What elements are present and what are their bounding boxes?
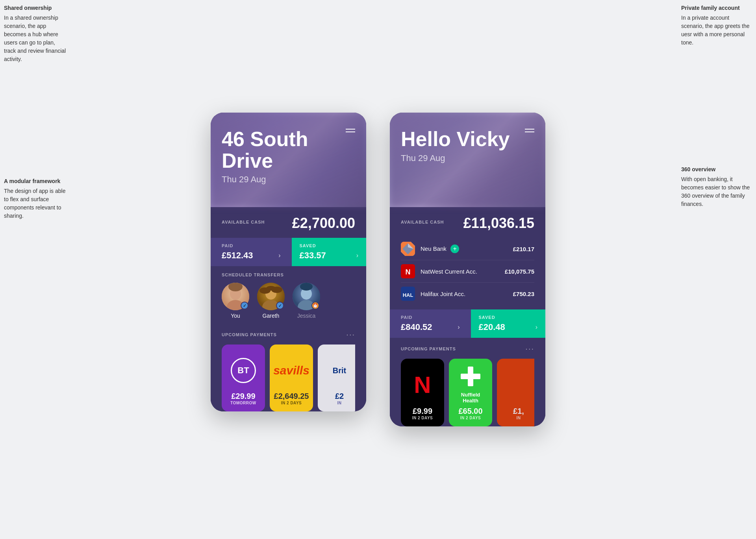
- bank-item-neu[interactable]: Neu Bank + £210.17: [401, 238, 534, 260]
- phone-right: Hello Vicky Thu 29 Aug AVAILABLE CASH £1…: [390, 113, 545, 426]
- paid-saved-row-left: PAID £512.43 › SAVED £33.57 ›: [211, 238, 366, 266]
- bank-item-halifax[interactable]: HAL Halifax Joint Acc. £750.23: [401, 283, 534, 305]
- paid-box-right[interactable]: PAID £840.52 ›: [390, 309, 471, 338]
- transfer-jessica-name: Jessica: [297, 313, 316, 319]
- nuffield-label: NuffieldHealth: [461, 392, 480, 404]
- paid-amount-right: £840.52: [401, 322, 432, 332]
- phone-left-title: 46 South Drive: [222, 128, 355, 171]
- annotation-360-body: With open banking, it becomes easier to …: [681, 176, 750, 207]
- annotation-private-family: Private family account In a private acco…: [681, 4, 752, 47]
- halifax-name: Halifax Joint Acc.: [421, 291, 513, 297]
- phone-left: 46 South Drive Thu 29 Aug AVAILABLE CASH…: [211, 113, 366, 411]
- savills-amount: £2,649.25: [274, 392, 309, 401]
- nuffield-when: IN 2 DAYS: [458, 416, 482, 420]
- brit-logo: Brit: [333, 366, 346, 375]
- phone-right-header-content: Hello Vicky Thu 29 Aug: [401, 128, 534, 163]
- phone-right-body: AVAILABLE CASH £11,036.15: [390, 207, 545, 426]
- netflix-logo: N: [414, 373, 431, 397]
- available-cash-label-right: AVAILABLE CASH: [401, 220, 444, 224]
- svg-text:HAL: HAL: [403, 292, 413, 298]
- brit-amount: £2: [335, 392, 344, 401]
- saved-box-right[interactable]: SAVED £20.48 ›: [471, 309, 546, 338]
- svg-text:N: N: [406, 268, 411, 276]
- neu-bank-amount: £210.17: [513, 246, 534, 252]
- available-cash-left: AVAILABLE CASH £2,700.00: [211, 207, 366, 238]
- netflix-when: IN 2 DAYS: [412, 416, 433, 420]
- transfer-gareth[interactable]: ✓ Gareth: [257, 283, 285, 319]
- netflix-amount: £9.99: [412, 407, 433, 416]
- bt-amount: £29.99: [230, 392, 256, 401]
- annotation-private-title: Private family account: [681, 4, 752, 12]
- phone-left-header-content: 46 South Drive Thu 29 Aug: [222, 128, 355, 185]
- halifax-icon: HAL: [401, 287, 415, 301]
- upcoming-payments-section-right: UPCOMING PAYMENTS ··· N £9.99 IN 2 DAYS: [390, 338, 545, 426]
- paid-saved-row-right: PAID £840.52 › SAVED £20.48 ›: [390, 309, 545, 338]
- saved-label-left: SAVED: [300, 243, 359, 248]
- phones-area: 46 South Drive Thu 29 Aug AVAILABLE CASH…: [211, 113, 545, 426]
- available-cash-amount-left: £2,700.00: [292, 215, 355, 232]
- available-cash-right: AVAILABLE CASH £11,036.15: [390, 207, 545, 238]
- upcoming-payments-title-right: UPCOMING PAYMENTS: [401, 346, 456, 351]
- page-wrapper: Shared onwership In a shared ownership s…: [0, 0, 756, 539]
- annotation-360-overview: 360 overview With open banking, it becom…: [681, 165, 752, 208]
- svg-point-9: [266, 286, 276, 291]
- annotation-modular-title: A modular framework: [4, 177, 67, 185]
- neu-bank-icon: [401, 242, 415, 256]
- bt-logo: BT: [231, 358, 256, 383]
- red-amount: £1,: [513, 407, 524, 416]
- saved-box-left[interactable]: SAVED £33.57 ›: [292, 238, 367, 266]
- saved-amount-right: £20.48: [479, 322, 505, 332]
- savills-logo: savills: [273, 364, 309, 377]
- bank-item-natwest[interactable]: N NatWest Current Acc. £10,075.75: [401, 260, 534, 283]
- annotation-private-body: In a private account scenario, the app g…: [681, 15, 750, 46]
- nuffield-cross-icon: [461, 367, 480, 386]
- upcoming-payments-more-right[interactable]: ···: [525, 344, 534, 353]
- upcoming-payments-more-left[interactable]: ···: [346, 330, 355, 339]
- available-cash-amount-right: £11,036.15: [463, 215, 534, 232]
- saved-chevron-right: ›: [536, 324, 537, 331]
- payment-card-nuffield[interactable]: NuffieldHealth £65.00 IN 2 DAYS: [449, 359, 492, 426]
- paid-box-left[interactable]: PAID £512.43 ›: [211, 238, 292, 266]
- hamburger-menu-left[interactable]: [346, 127, 355, 134]
- paid-chevron-right: ›: [458, 324, 460, 331]
- payment-card-brit[interactable]: Brit £2 IN: [318, 345, 355, 411]
- scheduled-transfers-section: SCHEDULED TRANSFERS: [211, 266, 366, 324]
- annotation-shared-ownership-title: Shared onwership: [4, 4, 67, 12]
- available-cash-label-left: AVAILABLE CASH: [222, 220, 265, 224]
- red-when: IN: [513, 416, 524, 420]
- payment-card-red[interactable]: £1, IN: [497, 359, 534, 426]
- savills-when: IN 2 DAYS: [274, 401, 309, 405]
- neu-bank-add-button[interactable]: +: [450, 244, 459, 253]
- upcoming-payments-title-left: UPCOMING PAYMENTS: [222, 332, 277, 337]
- transfer-you-name: You: [231, 313, 240, 319]
- annotation-360-title: 360 overview: [681, 165, 752, 174]
- hamburger-menu-right[interactable]: [525, 127, 534, 134]
- badge-you: ✓: [241, 302, 248, 309]
- badge-gareth: ✓: [276, 302, 284, 309]
- phone-right-date: Thu 29 Aug: [401, 153, 534, 163]
- payment-card-savills[interactable]: savills £2,649.25 IN 2 DAYS: [270, 345, 313, 411]
- annotation-modular-body: The design of app is able to flex and su…: [4, 188, 65, 219]
- natwest-amount: £10,075.75: [505, 268, 534, 275]
- payment-cards-right: N £9.99 IN 2 DAYS NuffieldHealth: [401, 359, 534, 426]
- badge-jessica: ⏰: [311, 302, 319, 309]
- paid-label-left: PAID: [222, 243, 281, 248]
- phone-left-date: Thu 29 Aug: [222, 174, 355, 185]
- saved-label-right: SAVED: [479, 315, 538, 320]
- payment-cards-left: BT £29.99 TOMORROW savills: [222, 345, 355, 411]
- paid-chevron-left: ›: [278, 252, 280, 259]
- annotation-shared-ownership: Shared onwership In a shared ownership s…: [4, 4, 67, 63]
- paid-label-right: PAID: [401, 315, 460, 320]
- upcoming-payments-section-left: UPCOMING PAYMENTS ··· BT £29.99 TOMORROW: [211, 324, 366, 411]
- payment-card-bt[interactable]: BT £29.99 TOMORROW: [222, 345, 265, 411]
- transfer-you[interactable]: ✓ You: [222, 283, 249, 319]
- phone-left-header: 46 South Drive Thu 29 Aug: [211, 113, 366, 207]
- halifax-amount: £750.23: [513, 291, 534, 297]
- annotation-modular-framework: A modular framework The design of app is…: [4, 177, 67, 220]
- bank-accounts-section: Neu Bank + £210.17 N NatWes: [390, 238, 545, 309]
- phone-right-title: Hello Vicky: [401, 128, 534, 150]
- transfer-jessica[interactable]: ⏰ Jessica: [293, 283, 320, 319]
- paid-amount-left: £512.43: [222, 250, 253, 261]
- transfers-row: ✓ You: [222, 283, 355, 319]
- payment-card-netflix[interactable]: N £9.99 IN 2 DAYS: [401, 359, 444, 426]
